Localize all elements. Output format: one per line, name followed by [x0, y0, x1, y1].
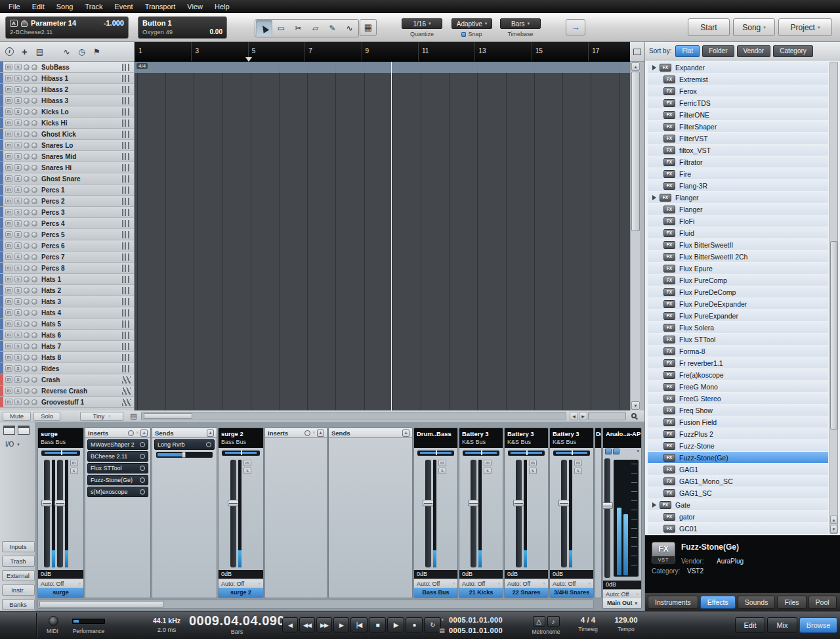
plugin-list-item[interactable]: FX GC01 — [648, 523, 828, 534]
track-mute-button[interactable]: m — [5, 142, 12, 148]
plugin-list-item[interactable]: FX Fuzz-Stone(Ge) — [648, 452, 828, 463]
menu-item[interactable]: View — [181, 1, 209, 12]
track-header-row[interactable]: m s Hibass 1 — [0, 73, 134, 84]
mixer-channel-battery-snares[interactable]: Battery 3K&S Bus ms 0dB Auto: Off▾ 22 Sn… — [504, 428, 549, 598]
view-button[interactable]: Edit — [735, 617, 765, 633]
browser-scroll-thumb[interactable] — [830, 241, 837, 430]
channel-output-label[interactable]: 22 Snares — [505, 588, 548, 598]
track-mute-button[interactable]: m — [5, 354, 12, 361]
mixer-scroll-thumb[interactable] — [39, 601, 164, 607]
paint-tool[interactable]: ✎ — [324, 20, 341, 36]
macro-parameter-display[interactable]: A Parameter 14 -1.000 2-BCheese2.11 — [5, 16, 129, 39]
plugin-list-item[interactable]: FX Forma-8 — [648, 345, 828, 357]
track-solo-button[interactable]: s — [14, 175, 22, 182]
plugin-list-item[interactable]: FX GAG1 — [648, 464, 828, 475]
monitor-button[interactable] — [32, 399, 37, 405]
project-page-button[interactable]: Project▾ — [778, 18, 832, 36]
add-insert-button[interactable]: + — [317, 430, 324, 437]
automation-mode[interactable]: Auto: Off▾ — [505, 579, 548, 588]
channel-output-label[interactable]: surge 2 — [219, 588, 263, 598]
track-solo-button[interactable]: s — [14, 86, 22, 93]
channel-mute-button[interactable]: m — [70, 460, 78, 466]
track-mute-button[interactable]: m — [5, 164, 12, 171]
track-header-row[interactable]: m s Kicks Hi — [0, 118, 134, 129]
channel-name-box[interactable]: Battery 3K&S Bus — [550, 428, 593, 448]
track-mute-button[interactable]: m — [5, 343, 12, 349]
monitor-button[interactable] — [32, 243, 37, 249]
return-to-start-button[interactable]: |◀ — [350, 617, 368, 632]
track-solo-button[interactable]: s — [14, 287, 22, 294]
track-header-row[interactable]: m s Hats 3 — [0, 296, 134, 307]
track-solo-button[interactable]: s — [14, 187, 22, 193]
track-header-row[interactable]: m s Kicks Lo — [0, 106, 134, 118]
track-mute-button[interactable]: m — [5, 75, 12, 81]
track-header-row[interactable]: m s Percs 2 — [0, 196, 134, 207]
track-solo-button[interactable]: s — [14, 153, 22, 160]
record-arm-button[interactable] — [24, 64, 30, 70]
record-arm-button[interactable] — [24, 131, 30, 137]
scroll-down-icon[interactable]: ▼ — [830, 525, 837, 533]
track-mute-button[interactable]: m — [5, 320, 12, 327]
track-header-row[interactable]: m s Percs 1 — [0, 185, 134, 196]
track-mute-button[interactable]: m — [5, 153, 12, 160]
track-mute-button[interactable]: m — [5, 265, 12, 271]
track-header-row[interactable]: m s Reverse Crash — [0, 386, 134, 397]
record-arm-button[interactable] — [24, 254, 30, 260]
console-narrow-view-icon[interactable] — [3, 426, 15, 435]
track-header-row[interactable]: m s Hats 1 — [0, 274, 134, 285]
power-icon[interactable] — [140, 489, 145, 495]
plugin-list-item[interactable]: FX Ferox — [648, 85, 828, 97]
record-arm-button[interactable] — [24, 187, 30, 193]
track-solo-button[interactable]: s — [14, 220, 22, 227]
play-button[interactable]: ▶ — [387, 617, 404, 632]
fader-handle[interactable] — [423, 500, 434, 506]
next-bar-button[interactable]: ▶ — [333, 617, 349, 632]
record-arm-button[interactable] — [24, 154, 30, 160]
automation-mode[interactable]: Auto: Off▾ — [219, 579, 263, 588]
playhead-position-display[interactable]: 0009.04.04.090 Bars — [175, 613, 299, 635]
monitor-button[interactable] — [32, 98, 37, 104]
power-icon[interactable] — [206, 442, 211, 447]
track-mute-button[interactable]: m — [5, 376, 12, 383]
track-header-row[interactable]: m s Hats 4 — [0, 307, 134, 319]
timebase-control[interactable]: Bars▾ Timebase — [500, 18, 541, 37]
monitor-button[interactable] — [32, 120, 37, 126]
plugin-list-item[interactable]: FX Fluid — [648, 227, 828, 238]
track-solo-button[interactable]: s — [14, 108, 22, 115]
mixer-channel-battery-hisnares[interactable]: Battery 3K&S Bus ms 0dB Auto: Off▾ 3/4Hi… — [549, 428, 594, 598]
tempo-display[interactable]: 129.00 Tempo — [608, 616, 644, 632]
volume-fader[interactable] — [471, 460, 476, 567]
track-solo-button[interactable]: s — [14, 276, 22, 282]
record-arm-button[interactable] — [24, 221, 30, 227]
plugin-list-item[interactable]: FX Extremist — [648, 74, 828, 85]
add-send-button[interactable]: + — [207, 430, 214, 437]
track-solo-button[interactable]: s — [14, 120, 22, 126]
mixer-channel-main-out[interactable]: Analo..a-AP ▾ 0dB Auto: Off▾ Main Out▾ — [602, 428, 642, 609]
fader-handle[interactable] — [54, 500, 66, 506]
track-mute-button[interactable]: m — [5, 86, 12, 93]
monitor-button[interactable] — [32, 343, 37, 349]
monitor-button[interactable] — [32, 310, 37, 316]
scroll-up-icon[interactable]: ▲ — [631, 62, 640, 71]
track-mute-button[interactable]: m — [5, 64, 12, 70]
browser-tab[interactable]: Effects — [700, 596, 736, 609]
bypass-all-icon[interactable] — [128, 430, 134, 436]
channel-mute-button[interactable]: m — [438, 460, 446, 466]
rewind-button[interactable]: ◀◀ — [299, 617, 315, 632]
channel-name-box[interactable]: Battery 3K&S Bus — [505, 428, 548, 448]
plugin-list-item[interactable]: FX Flux PureDeComp — [648, 286, 828, 297]
monitor-button[interactable] — [32, 187, 37, 193]
track-mute-button[interactable]: m — [5, 365, 12, 372]
track-mute-button[interactable]: m — [5, 387, 12, 394]
plugin-list-item[interactable]: FX Flux PureComp — [648, 275, 828, 286]
arrangement-canvas[interactable]: 4/4 — [135, 62, 630, 410]
menu-item[interactable]: Song — [51, 1, 79, 12]
track-mute-button[interactable]: m — [5, 309, 12, 316]
vertical-scrollbar[interactable]: ▲ ▼ — [630, 62, 640, 410]
automation-mode[interactable]: Auto: Off▾ — [459, 579, 503, 588]
plugin-list-item[interactable]: FX Fire — [648, 168, 828, 179]
monitor-button[interactable] — [32, 76, 37, 81]
snap-control[interactable]: Adaptive▾ Snap — [452, 18, 492, 37]
track-solo-button[interactable]: s — [14, 198, 22, 204]
zoom-icon[interactable] — [631, 413, 637, 418]
